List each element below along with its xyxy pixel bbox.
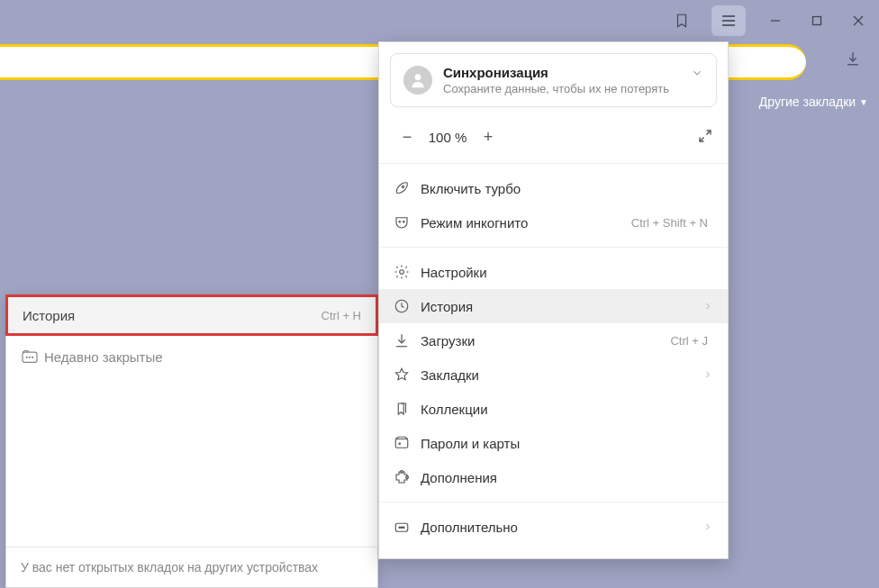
caret-down-icon: ▼ — [859, 97, 868, 107]
submenu-footer: У вас нет открытых вкладок на других уст… — [6, 547, 377, 587]
fullscreen-button[interactable] — [697, 128, 713, 147]
main-menu: Синхронизация Сохраните данные, чтобы их… — [378, 41, 729, 559]
recently-closed-item[interactable]: Недавно закрытые — [6, 336, 377, 377]
sync-card[interactable]: Синхронизация Сохраните данные, чтобы их… — [390, 53, 717, 107]
chevron-down-icon — [691, 67, 703, 82]
menu-item-addons[interactable]: Дополнения — [379, 460, 728, 494]
chevron-right-icon — [702, 299, 713, 314]
svg-point-10 — [32, 357, 33, 357]
chevron-right-icon — [702, 367, 713, 383]
menu-shortcut: Ctrl + J — [670, 334, 708, 348]
address-bar-left[interactable] — [0, 44, 378, 80]
card-icon — [394, 435, 421, 451]
more-icon — [394, 519, 421, 535]
clock-icon — [394, 298, 421, 314]
menu-label: Коллекции — [421, 402, 713, 417]
submenu-footer-text: У вас нет открытых вкладок на других уст… — [21, 560, 318, 574]
avatar-icon — [403, 66, 432, 95]
svg-point-9 — [29, 357, 30, 357]
svg-point-22 — [399, 527, 401, 529]
menu-item-history[interactable]: История — [379, 289, 728, 323]
maximize-button[interactable] — [796, 0, 838, 41]
menu-label: Включить турбо — [421, 181, 713, 196]
history-item[interactable]: История Ctrl + H — [5, 294, 378, 336]
puzzle-icon — [394, 469, 421, 485]
menu-label: Дополнения — [421, 470, 713, 485]
mask-icon — [394, 214, 421, 231]
submenu-spacer — [6, 377, 377, 547]
svg-point-23 — [401, 527, 403, 529]
minimize-button[interactable] — [755, 0, 796, 41]
zoom-out-button[interactable]: − — [394, 123, 421, 150]
sync-title: Синхронизация — [443, 65, 669, 80]
menu-label: Пароли и карты — [421, 436, 713, 451]
menu-label: Загрузки — [421, 333, 670, 348]
sync-text: Синхронизация Сохраните данные, чтобы их… — [443, 65, 669, 95]
menu-item-settings[interactable]: Настройки — [379, 255, 728, 289]
collections-icon — [394, 401, 421, 417]
other-bookmarks-label: Другие закладки — [759, 95, 856, 109]
close-button[interactable] — [838, 0, 879, 41]
menu-label: Закладки — [421, 367, 702, 383]
chevron-right-icon — [702, 520, 713, 535]
menu-item-incognito[interactable]: Режим инкогнито Ctrl + Shift + N — [379, 205, 728, 240]
menu-item-collections[interactable]: Коллекции — [379, 392, 728, 426]
other-bookmarks-button[interactable]: Другие закладки ▼ — [759, 86, 868, 117]
recently-closed-label: Недавно закрытые — [44, 349, 363, 365]
menu-group-3: Дополнительно — [379, 502, 728, 551]
address-bar-right[interactable] — [729, 44, 806, 80]
zoom-row: − 100 % + — [379, 118, 728, 164]
menu-item-bookmarks[interactable]: Закладки — [379, 357, 728, 392]
svg-point-13 — [399, 222, 401, 223]
window-titlebar — [0, 0, 879, 41]
svg-point-24 — [403, 527, 405, 529]
svg-point-15 — [400, 270, 404, 275]
svg-point-11 — [415, 74, 421, 80]
history-shortcut: Ctrl + H — [322, 309, 361, 322]
history-submenu: История Ctrl + H Недавно закрытые У вас … — [5, 294, 378, 588]
recently-closed-icon — [21, 349, 44, 364]
star-icon — [394, 366, 421, 383]
menu-label: Режим инкогнито — [421, 215, 631, 231]
menu-shortcut: Ctrl + Shift + N — [631, 216, 708, 230]
menu-label: Дополнительно — [421, 520, 702, 535]
sync-subtitle: Сохраните данные, чтобы их не потерять — [443, 82, 669, 95]
download-icon — [394, 332, 421, 348]
menu-label: Настройки — [421, 265, 713, 280]
menu-item-turbo[interactable]: Включить турбо — [379, 171, 728, 205]
download-icon[interactable] — [845, 50, 861, 69]
svg-point-12 — [402, 185, 403, 187]
zoom-in-button[interactable]: + — [475, 123, 502, 150]
menu-item-more[interactable]: Дополнительно — [379, 510, 728, 544]
svg-point-8 — [26, 357, 27, 357]
gear-icon — [394, 264, 421, 280]
menu-group-1: Включить турбо Режим инкогнито Ctrl + Sh… — [379, 164, 728, 248]
menu-label: История — [421, 299, 702, 314]
svg-point-18 — [399, 443, 401, 445]
menu-group-2: Настройки История Загрузки Ctrl + J Закл… — [379, 248, 728, 502]
svg-rect-17 — [395, 439, 408, 448]
history-label: История — [23, 308, 322, 323]
main-menu-button[interactable] — [711, 5, 746, 36]
menu-item-passwords[interactable]: Пароли и карты — [379, 426, 728, 460]
rocket-icon — [394, 180, 421, 196]
svg-point-14 — [403, 222, 405, 223]
bookmark-icon[interactable] — [661, 0, 702, 41]
zoom-value: 100 % — [421, 130, 475, 145]
menu-item-downloads[interactable]: Загрузки Ctrl + J — [379, 323, 728, 357]
svg-rect-4 — [813, 17, 821, 25]
